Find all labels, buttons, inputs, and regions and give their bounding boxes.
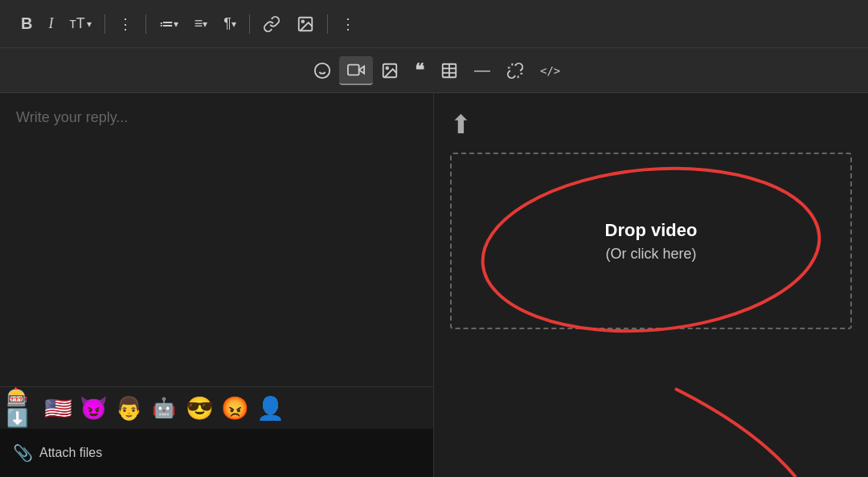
emoji-bar: 🎰⬇️ 🇺🇸 😈 👨 🤖 😎 😡 👤 <box>0 386 433 429</box>
video-button[interactable] <box>339 56 373 85</box>
toolbar-row1: B I тТ ▾ ⋮ ≔▾ ≡▾ ¶▾ ⋮ <box>0 0 868 48</box>
code-button[interactable]: </> <box>532 59 568 82</box>
main-area: Write your reply... 🎰⬇️ 🇺🇸 😈 👨 🤖 😎 😡 👤 📎… <box>0 93 868 477</box>
font-size-dropdown-arrow: ▾ <box>87 18 92 30</box>
toolbar-divider-4 <box>327 14 328 34</box>
image-inline-button[interactable] <box>373 57 407 84</box>
svg-point-2 <box>315 63 330 77</box>
emoji-slot-6[interactable]: 😎 <box>183 392 215 424</box>
drop-zone-subtitle: (Or click here) <box>605 246 696 263</box>
red-curve-annotation <box>514 381 836 477</box>
emoji-button[interactable] <box>305 57 339 84</box>
font-size-button[interactable]: тТ ▾ <box>61 10 99 37</box>
emoji-slot-3[interactable]: 😈 <box>77 392 109 424</box>
more-button-2[interactable]: ⋮ <box>333 10 363 38</box>
attach-files-button[interactable]: 📎 Attach files <box>13 443 102 463</box>
link-button[interactable] <box>255 10 289 38</box>
table-button[interactable] <box>432 57 466 84</box>
unlink-button[interactable] <box>498 57 532 84</box>
attach-bar: 📎 Attach files <box>0 429 433 477</box>
more-button-1[interactable]: ⋮ <box>110 10 141 38</box>
emoji-slot-8[interactable]: 👤 <box>254 392 286 424</box>
svg-marker-5 <box>359 66 364 73</box>
toolbar-divider-2 <box>145 14 146 34</box>
svg-point-8 <box>386 67 388 69</box>
hr-button[interactable]: — <box>466 56 498 84</box>
quote-button[interactable]: ❝ <box>407 55 432 86</box>
upload-icon-area: ⬆ <box>450 109 852 140</box>
emoji-slot-5[interactable]: 🤖 <box>148 392 180 424</box>
video-drop-zone[interactable]: Drop video (Or click here) <box>450 153 852 329</box>
emoji-slot-4[interactable]: 👨 <box>113 392 145 424</box>
upload-icon: ⬆ <box>450 109 472 140</box>
list-unordered-button[interactable]: ≡▾ <box>186 10 216 37</box>
toolbar-divider-1 <box>104 14 105 34</box>
emoji-slot-2[interactable]: 🇺🇸 <box>42 392 74 424</box>
drop-zone-title: Drop video <box>605 220 698 241</box>
toolbar-row2: ❝ — </> <box>0 48 868 93</box>
editor-placeholder: Write your reply... <box>16 109 417 126</box>
italic-button[interactable]: I <box>40 10 61 37</box>
video-area: ⬆ Drop video (Or click here) <box>434 93 868 477</box>
list-ordered-button[interactable]: ≔▾ <box>151 10 186 38</box>
attach-files-label: Attach files <box>39 446 102 460</box>
emoji-slot-7[interactable]: 😡 <box>219 392 251 424</box>
image-button[interactable] <box>289 10 322 38</box>
paperclip-icon: 📎 <box>13 443 33 463</box>
bold-button[interactable]: B <box>13 10 40 38</box>
text-editor-area[interactable]: Write your reply... 🎰⬇️ 🇺🇸 😈 👨 🤖 😎 😡 👤 📎… <box>0 93 434 477</box>
toolbar-divider-3 <box>249 14 250 34</box>
paragraph-button[interactable]: ¶▾ <box>215 10 244 37</box>
emoji-slot-1[interactable]: 🎰⬇️ <box>6 392 39 424</box>
svg-rect-6 <box>348 64 359 75</box>
svg-point-1 <box>301 20 304 22</box>
